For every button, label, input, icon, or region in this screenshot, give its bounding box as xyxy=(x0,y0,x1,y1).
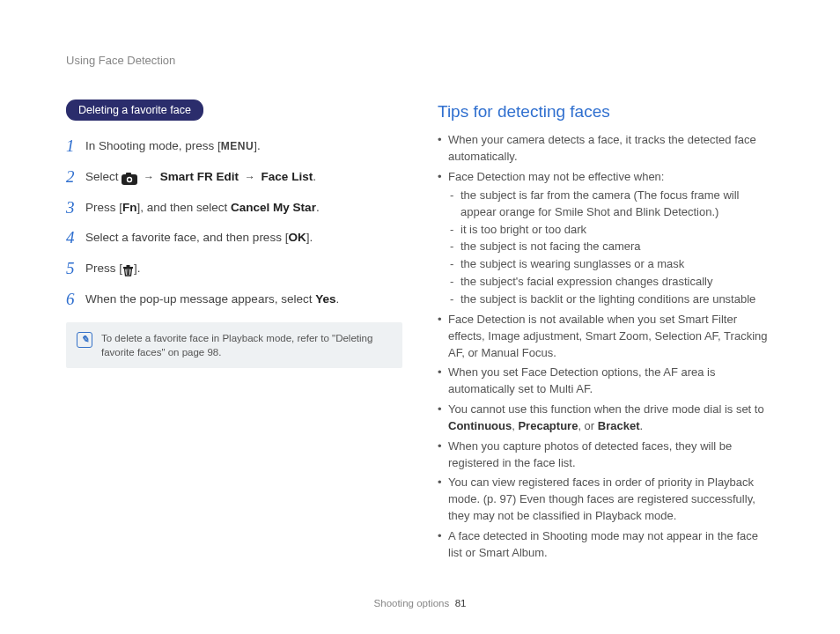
ok-icon-label: OK xyxy=(288,231,306,244)
step-text: Press []. xyxy=(85,259,141,279)
tip-subitem: the subject is backlit or the lighting c… xyxy=(448,291,774,308)
step-2: 2 Select → Smart FR Edit → Face List. xyxy=(66,167,402,188)
step-1: 1 In Shooting mode, press [MENU]. xyxy=(66,136,402,157)
trash-icon xyxy=(122,262,134,279)
left-column: Deleting a favorite face 1 In Shooting m… xyxy=(66,100,402,565)
tip-subitem: the subject is not facing the camera xyxy=(448,239,774,255)
tips-list: When your camera detects a face, it trac… xyxy=(438,132,774,561)
tip-item: Face Detection may not be effective when… xyxy=(438,169,774,308)
menu-icon-label: MENU xyxy=(221,140,254,152)
tip-subitem: the subject's facial expression changes … xyxy=(448,274,774,291)
tip-item: You can view registered faces in order o… xyxy=(438,475,774,525)
note-box: ✎ To delete a favorite face in Playback … xyxy=(66,322,402,368)
tip-subitem: the subject is far from the camera (The … xyxy=(448,188,774,221)
page-footer: Shooting options 81 xyxy=(0,596,840,611)
tip-item: You cannot use this function when the dr… xyxy=(438,402,774,435)
step-number: 5 xyxy=(66,259,85,279)
step-number: 6 xyxy=(66,290,85,310)
step-4: 4 Select a favorite face, and then press… xyxy=(66,228,402,248)
arrow-icon: → xyxy=(242,171,258,183)
footer-section: Shooting options xyxy=(374,598,450,608)
page-number: 81 xyxy=(455,598,467,608)
step-5: 5 Press []. xyxy=(66,259,402,279)
step-text: Select → Smart FR Edit → Face List. xyxy=(85,167,316,188)
tip-item: When your camera detects a face, it trac… xyxy=(438,132,774,166)
tip-sublist: the subject is far from the camera (The … xyxy=(448,188,774,308)
right-column: Tips for detecting faces When your camer… xyxy=(438,100,774,565)
tips-heading: Tips for detecting faces xyxy=(438,100,774,124)
arrow-icon: → xyxy=(141,171,157,183)
step-number: 1 xyxy=(66,136,85,157)
tip-item: Face Detection is not available when you… xyxy=(438,312,774,362)
breadcrumb: Using Face Detection xyxy=(66,53,774,70)
note-icon: ✎ xyxy=(77,332,92,348)
step-3: 3 Press [Fn], and then select Cancel My … xyxy=(66,198,402,218)
step-number: 2 xyxy=(66,167,85,188)
step-text: Press [Fn], and then select Cancel My St… xyxy=(85,198,320,217)
steps-list: 1 In Shooting mode, press [MENU]. 2 Sele… xyxy=(66,136,402,310)
tip-item: When you capture photos of detected face… xyxy=(438,439,774,472)
svg-rect-5 xyxy=(127,265,130,267)
step-text: In Shooting mode, press [MENU]. xyxy=(85,136,261,155)
section-pill: Deleting a favorite face xyxy=(66,100,203,121)
step-text: When the pop-up message appears, select … xyxy=(85,290,339,308)
step-text: Select a favorite face, and then press [… xyxy=(85,228,313,247)
tip-item: A face detected in Shooting mode may not… xyxy=(438,528,774,562)
step-number: 4 xyxy=(66,228,85,248)
svg-point-3 xyxy=(128,178,131,181)
tip-item: When you set Face Detection options, the… xyxy=(438,365,774,398)
camera-icon xyxy=(122,170,137,188)
note-text: To delete a favorite face in Playback mo… xyxy=(101,331,392,359)
tip-subitem: it is too bright or too dark xyxy=(448,222,774,239)
fn-icon-label: Fn xyxy=(122,201,137,214)
tip-subitem: the subject is wearing sunglasses or a m… xyxy=(448,256,774,273)
step-6: 6 When the pop-up message appears, selec… xyxy=(66,290,402,310)
svg-rect-1 xyxy=(126,173,131,175)
step-number: 3 xyxy=(66,198,85,218)
